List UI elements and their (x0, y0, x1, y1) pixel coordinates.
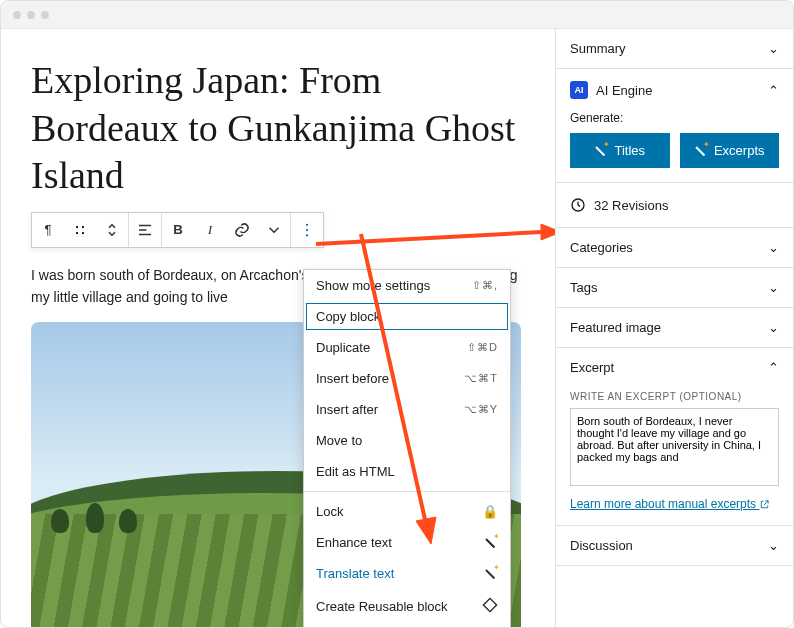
align-button[interactable] (129, 213, 161, 247)
revisions-label: 32 Revisions (594, 198, 668, 213)
italic-button[interactable]: I (194, 213, 226, 247)
generate-label: Generate: (570, 111, 779, 125)
svg-point-3 (82, 231, 84, 233)
block-options-dropdown: Show more settings ⇧⌘, Copy block Duplic… (303, 269, 511, 627)
menu-divider (304, 491, 510, 492)
chevron-down-icon: ⌄ (768, 280, 779, 295)
ai-engine-icon: AI (570, 81, 588, 99)
chevron-up-icon: ⌃ (768, 360, 779, 375)
content: Exploring Japan: From Bordeaux to Gunkan… (1, 29, 793, 627)
panel-title: Tags (570, 280, 597, 295)
window-dot (27, 11, 35, 19)
panel-featured-image[interactable]: Featured image ⌄ (556, 308, 793, 347)
panel-title: Categories (570, 240, 633, 255)
generate-titles-button[interactable]: Titles (570, 133, 670, 168)
image-tree (86, 503, 104, 533)
svg-line-8 (316, 232, 541, 244)
menu-edit-html[interactable]: Edit as HTML (304, 456, 510, 487)
more-options-button[interactable] (291, 213, 323, 247)
menu-enhance-text[interactable]: Enhance text (304, 527, 510, 558)
drag-handle-button[interactable] (64, 213, 96, 247)
chevron-down-icon: ⌄ (768, 320, 779, 335)
menu-shortcut: ⌥⌘Y (464, 403, 498, 416)
menu-group[interactable]: Group (304, 624, 510, 627)
generate-excerpts-button[interactable]: Excerpts (680, 133, 780, 168)
menu-show-more-settings[interactable]: Show more settings ⇧⌘, (304, 270, 510, 301)
menu-label: Insert after (316, 402, 378, 417)
excerpt-textarea[interactable] (570, 408, 779, 486)
menu-label: Translate text (316, 566, 394, 581)
menu-label: Enhance text (316, 535, 392, 550)
wand-sparkle-icon (594, 144, 608, 158)
menu-shortcut: ⇧⌘D (467, 341, 498, 354)
wand-sparkle-icon (484, 567, 498, 581)
menu-label: Duplicate (316, 340, 370, 355)
menu-create-reusable[interactable]: Create Reusable block (304, 589, 510, 624)
svg-point-6 (306, 234, 308, 236)
chevron-up-icon: ⌃ (768, 83, 779, 98)
menu-shortcut: ⇧⌘, (472, 279, 498, 292)
svg-point-2 (82, 225, 84, 227)
image-tree (119, 509, 137, 533)
settings-sidebar: Summary ⌄ AI AI Engine ⌃ Generate: (555, 29, 793, 627)
titlebar (1, 1, 793, 29)
svg-point-1 (76, 231, 78, 233)
wand-sparkle-icon (694, 144, 708, 158)
menu-label: Edit as HTML (316, 464, 395, 479)
window-dot (41, 11, 49, 19)
chevron-down-icon: ⌄ (768, 240, 779, 255)
menu-insert-after[interactable]: Insert after ⌥⌘Y (304, 394, 510, 425)
link-text: Learn more about manual excerpts (570, 497, 756, 511)
history-icon (570, 197, 586, 213)
menu-label: Move to (316, 433, 362, 448)
menu-label: Lock (316, 504, 343, 519)
svg-point-4 (306, 223, 308, 225)
app-window: Exploring Japan: From Bordeaux to Gunkan… (0, 0, 794, 628)
excerpt-field-label: WRITE AN EXCERPT (OPTIONAL) (570, 391, 779, 402)
svg-rect-7 (483, 598, 496, 611)
svg-marker-9 (541, 224, 555, 240)
block-toolbar: ¶ B I (31, 212, 324, 248)
menu-copy-block[interactable]: Copy block (304, 301, 510, 332)
menu-lock[interactable]: Lock 🔒 (304, 496, 510, 527)
menu-move-to[interactable]: Move to (304, 425, 510, 456)
panel-title: Summary (570, 41, 626, 56)
wand-sparkle-icon (484, 536, 498, 550)
bold-button[interactable]: B (162, 213, 194, 247)
menu-shortcut: ⌥⌘T (464, 372, 498, 385)
panel-title: Discussion (570, 538, 633, 553)
panel-summary[interactable]: Summary ⌄ (556, 29, 793, 68)
paragraph-icon-button[interactable]: ¶ (32, 213, 64, 247)
reusable-icon (482, 597, 498, 616)
panel-title: Excerpt (570, 360, 614, 375)
move-updown-button[interactable] (96, 213, 128, 247)
panel-categories[interactable]: Categories ⌄ (556, 228, 793, 267)
button-label: Excerpts (714, 143, 765, 158)
menu-duplicate[interactable]: Duplicate ⇧⌘D (304, 332, 510, 363)
panel-title: Featured image (570, 320, 661, 335)
button-label: Titles (614, 143, 645, 158)
panel-ai-engine[interactable]: AI AI Engine ⌃ (556, 69, 793, 111)
chevron-down-icon: ⌄ (768, 41, 779, 56)
menu-translate-text[interactable]: Translate text (304, 558, 510, 589)
image-tree (51, 509, 69, 533)
panel-excerpt[interactable]: Excerpt ⌃ (556, 348, 793, 387)
dropdown-caret-button[interactable] (258, 213, 290, 247)
menu-label: Copy block (316, 309, 380, 324)
external-link-icon (759, 499, 770, 510)
panel-discussion[interactable]: Discussion ⌄ (556, 526, 793, 565)
svg-point-5 (306, 228, 308, 230)
post-title[interactable]: Exploring Japan: From Bordeaux to Gunkan… (31, 57, 525, 200)
revisions-row[interactable]: 32 Revisions (556, 183, 793, 228)
menu-insert-before[interactable]: Insert before ⌥⌘T (304, 363, 510, 394)
panel-tags[interactable]: Tags ⌄ (556, 268, 793, 307)
chevron-down-icon: ⌄ (768, 538, 779, 553)
menu-label: Show more settings (316, 278, 430, 293)
window-dot (13, 11, 21, 19)
link-button[interactable] (226, 213, 258, 247)
editor-area: Exploring Japan: From Bordeaux to Gunkan… (1, 29, 555, 627)
svg-point-0 (76, 225, 78, 227)
menu-label: Insert before (316, 371, 389, 386)
learn-more-link[interactable]: Learn more about manual excerpts (570, 497, 770, 511)
panel-title: AI Engine (596, 83, 652, 98)
